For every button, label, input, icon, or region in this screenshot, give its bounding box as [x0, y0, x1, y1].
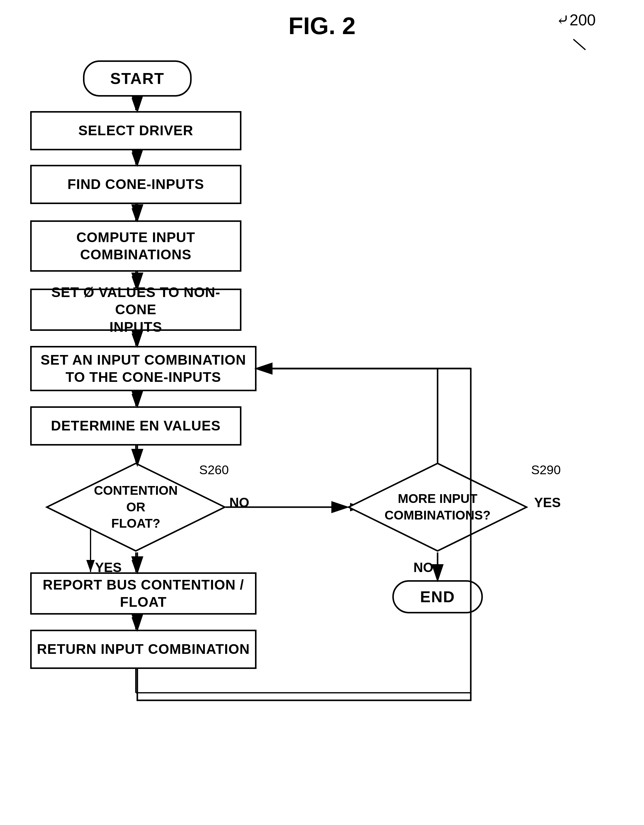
figure-title: FIG. 2 — [289, 12, 355, 40]
no-label-s260: NO — [229, 495, 249, 510]
step-s220: FIND CONE-INPUTS — [30, 165, 241, 204]
end-node: END — [392, 580, 483, 613]
step-label-s260: S260 — [199, 463, 229, 477]
step-s230: COMPUTE INPUT COMBINATIONS — [30, 220, 241, 272]
page: FIG. 2 ⤶200 — [0, 0, 644, 825]
step-s270: REPORT BUS CONTENTION / FLOAT — [30, 572, 256, 615]
step-s255: DETERMINE EN VALUES — [30, 406, 241, 446]
figure-ref-number: ⤶200 — [556, 11, 596, 29]
step-s280: RETURN INPUT COMBINATION — [30, 630, 256, 669]
yes-label-s290: YES — [534, 495, 561, 510]
step-s240: SET Ø VALUES TO NON-CONE INPUTS — [30, 289, 241, 331]
start-node: START — [83, 60, 192, 97]
step-s250: SET AN INPUT COMBINATION TO THE CONE-INP… — [30, 346, 256, 391]
svg-marker-20 — [349, 463, 527, 551]
no-label-s290: NO — [414, 560, 433, 575]
step-s210: SELECT DRIVER — [30, 111, 241, 150]
step-s290: MORE INPUT COMBINATIONS? — [347, 462, 528, 552]
step-label-s290: S290 — [531, 463, 561, 477]
svg-marker-19 — [47, 463, 225, 551]
